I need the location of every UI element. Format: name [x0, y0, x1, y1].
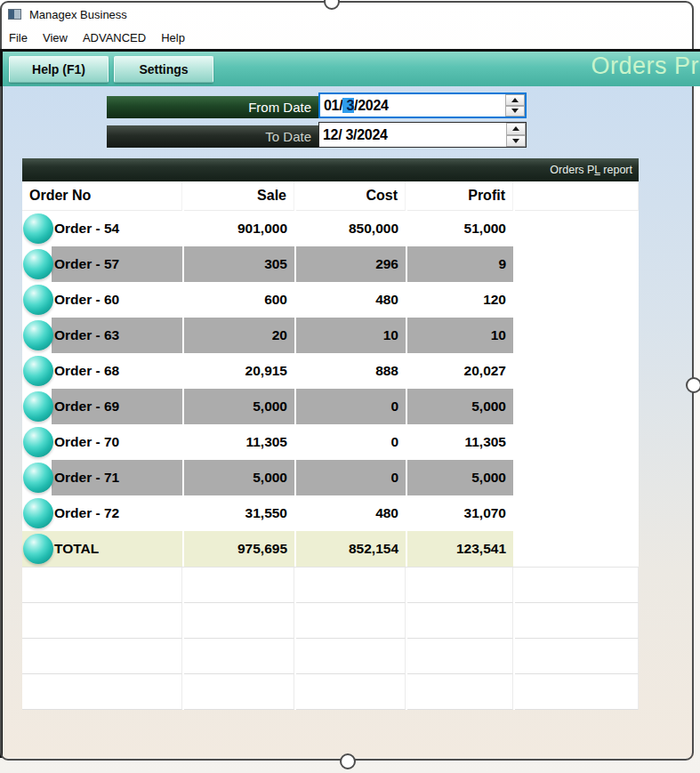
- orders-table: Order No Sale Cost Profit Order - 54 901…: [22, 181, 639, 710]
- profit-cell: 5,000: [407, 389, 513, 424]
- to-date-spinner: [506, 123, 526, 147]
- profit-cell: 51,000: [407, 211, 513, 246]
- to-date-label: To Date: [265, 129, 311, 144]
- profit-cell: 31,070: [407, 495, 513, 531]
- table-row[interactable]: Order - 54 901,000 850,000 51,000: [22, 211, 639, 246]
- profit-cell: 9: [407, 246, 513, 282]
- to-date-input[interactable]: 12/ 3/2024: [318, 122, 527, 148]
- sale-cell: 305: [184, 246, 294, 282]
- trailing-cell: [515, 389, 639, 424]
- orders-table-body: Order - 54 901,000 850,000 51,000 Order …: [22, 211, 639, 710]
- sale-cell: 975,695: [184, 531, 294, 567]
- settings-button[interactable]: Settings: [114, 56, 213, 83]
- window-left-border: [0, 49, 3, 758]
- order-sphere-icon: [23, 249, 53, 279]
- trailing-cell: [515, 246, 639, 282]
- table-row[interactable]: TOTAL 975,695 852,154 123,541: [22, 531, 639, 568]
- to-date-value: 12/ 3/2024: [319, 127, 388, 143]
- menu-item-view[interactable]: View: [43, 31, 68, 44]
- from-date-input[interactable]: 01/ 3/2024: [318, 93, 527, 118]
- cost-cell: 0: [296, 424, 406, 460]
- profit-cell: 120: [407, 282, 513, 318]
- profit-cell: 123,541: [407, 531, 513, 567]
- order-label: Order - 54: [52, 211, 182, 246]
- table-row[interactable]: Order - 60 600 480 120: [22, 282, 639, 318]
- report-title: Orders PL report: [550, 164, 632, 176]
- title-bar: Managex Business: [4, 4, 127, 24]
- order-sphere-icon: [23, 213, 53, 244]
- profit-cell: 11,305: [407, 424, 513, 460]
- table-row[interactable]: Order - 68 20,915 888 20,027: [22, 353, 639, 389]
- from-date-value: 01/ 3/2024: [320, 98, 389, 114]
- resize-handle-top[interactable]: [324, 0, 340, 10]
- trailing-cell: [515, 531, 639, 567]
- designer-canvas: Managex Business File View ADVANCED Help…: [0, 0, 700, 773]
- empty-table-row[interactable]: [22, 639, 639, 674]
- order-cell: Order - 70: [22, 424, 182, 460]
- order-cell: Order - 54: [22, 211, 182, 246]
- order-cell: Order - 72: [22, 495, 182, 531]
- table-row[interactable]: Order - 69 5,000 0 5,000: [22, 389, 639, 424]
- from-date-label-bar: From Date: [107, 96, 318, 118]
- to-date-spin-down-button[interactable]: [506, 135, 526, 148]
- header-profit[interactable]: Profit: [407, 181, 513, 211]
- table-row[interactable]: Order - 72 31,550 480 31,070: [22, 495, 639, 531]
- resize-handle-right[interactable]: [686, 377, 700, 393]
- to-date-spin-up-button[interactable]: [506, 123, 526, 135]
- order-label: Order - 63: [52, 318, 182, 353]
- cost-cell: 888: [296, 353, 406, 389]
- cost-cell: 850,000: [296, 211, 406, 246]
- cost-cell: 480: [296, 282, 406, 318]
- trailing-cell: [515, 495, 639, 531]
- cost-cell: 296: [296, 246, 406, 282]
- menu-item-help[interactable]: Help: [161, 31, 185, 44]
- order-sphere-icon: [23, 320, 53, 350]
- profit-cell: 10: [407, 318, 513, 353]
- order-label: Order - 70: [52, 424, 182, 460]
- form-content: From Date 01/ 3/2024 To Date 12/ 3/2024 …: [3, 86, 694, 758]
- from-date-spinner: [505, 94, 525, 117]
- sale-cell: 20: [184, 318, 294, 353]
- sale-cell: 31,550: [184, 495, 294, 531]
- empty-table-row[interactable]: [22, 603, 639, 639]
- order-label: Order - 57: [52, 246, 182, 282]
- from-date-selected-segment: 3: [342, 98, 354, 113]
- from-date-spin-up-button[interactable]: [505, 94, 525, 106]
- sale-cell: 11,305: [184, 424, 294, 460]
- order-label: Order - 69: [52, 389, 182, 424]
- cost-cell: 0: [296, 389, 406, 424]
- up-arrow-icon: [511, 98, 519, 102]
- help-button[interactable]: Help (F1): [9, 56, 109, 83]
- profit-cell: 5,000: [407, 460, 513, 495]
- table-row[interactable]: Order - 70 11,305 0 11,305: [22, 424, 639, 460]
- header-cost[interactable]: Cost: [296, 181, 406, 211]
- to-date-label-bar: To Date: [107, 125, 318, 148]
- profit-cell: 20,027: [407, 353, 513, 389]
- order-cell: Order - 57: [22, 246, 182, 282]
- table-row[interactable]: Order - 63 20 10 10: [22, 318, 639, 353]
- trailing-cell: [515, 318, 639, 353]
- table-row[interactable]: Order - 71 5,000 0 5,000: [22, 460, 639, 495]
- sale-cell: 20,915: [184, 353, 294, 389]
- cost-cell: 10: [296, 318, 406, 353]
- order-label: Order - 72: [52, 495, 182, 531]
- from-date-spin-down-button[interactable]: [505, 106, 525, 117]
- menu-item-advanced[interactable]: ADVANCED: [83, 31, 146, 44]
- sale-cell: 5,000: [184, 460, 294, 495]
- empty-table-row[interactable]: [22, 674, 639, 710]
- table-row[interactable]: Order - 57 305 296 9: [22, 246, 639, 282]
- header-sale[interactable]: Sale: [184, 181, 294, 211]
- toolbar: Help (F1) Settings Orders Pr: [0, 49, 700, 86]
- order-cell: Order - 68: [22, 353, 182, 389]
- header-order-no[interactable]: Order No: [22, 181, 182, 211]
- sale-cell: 901,000: [184, 211, 294, 246]
- resize-handle-bottom[interactable]: [340, 753, 356, 769]
- sale-cell: 5,000: [184, 389, 294, 424]
- trailing-cell: [515, 424, 639, 460]
- order-sphere-icon: [23, 427, 53, 457]
- trailing-cell: [515, 211, 639, 246]
- empty-table-row[interactable]: [22, 568, 639, 603]
- menu-item-file[interactable]: File: [9, 31, 28, 44]
- from-date-label: From Date: [248, 100, 311, 115]
- menu-bar: File View ADVANCED Help: [4, 28, 185, 47]
